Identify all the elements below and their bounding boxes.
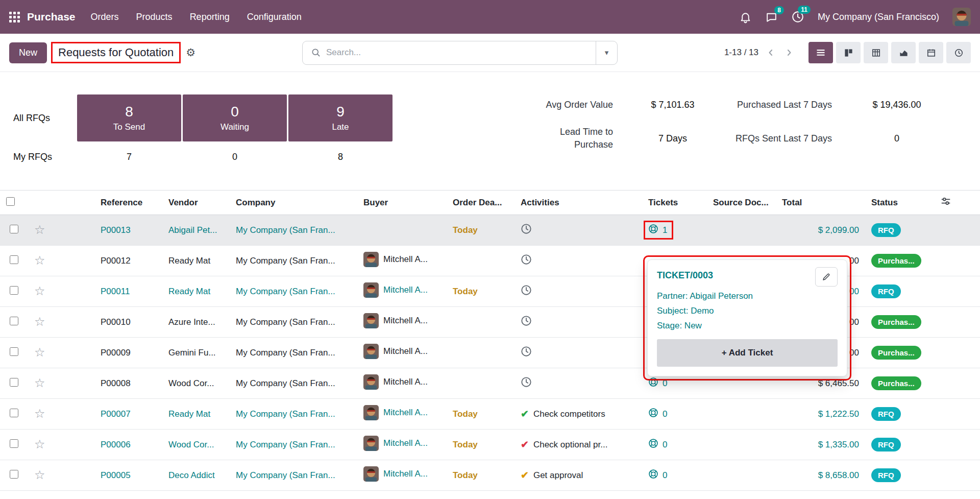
favorite-star-icon[interactable]: ☆ [34,223,45,236]
search-dropdown-toggle[interactable]: ▾ [596,41,617,64]
clock-activity-icon[interactable] [521,284,532,298]
view-graph-icon[interactable] [891,42,916,63]
clock-activity-icon[interactable] [521,223,532,237]
table-row[interactable]: ☆ P00007 Ready Mat My Company (San Fran.… [0,399,980,430]
reference-cell: P00006 [101,440,131,449]
gear-icon[interactable]: ⚙ [186,46,195,59]
table-row[interactable]: ☆ P00006 Wood Cor... My Company (San Fra… [0,430,980,460]
check-activity-icon[interactable]: ✔ [521,469,529,481]
view-calendar-icon[interactable] [919,42,943,63]
activity-cell-content[interactable]: ✔ [521,223,532,237]
check-activity-icon[interactable]: ✔ [521,408,529,420]
check-activity-icon[interactable]: ✔ [521,439,529,450]
ticket-count[interactable]: 1 [663,225,667,235]
clock-activity-icon[interactable] [521,346,532,360]
activity-cell-content[interactable]: ✔ [521,254,532,268]
ticket-count[interactable]: 0 [663,470,667,481]
favorite-star-icon[interactable]: ☆ [34,437,45,451]
menu-orders[interactable]: Orders [91,12,119,22]
row-checkbox[interactable] [10,409,18,417]
activity-cell-content[interactable]: ✔ [521,284,532,298]
favorite-star-icon[interactable]: ☆ [34,315,45,328]
favorite-star-icon[interactable]: ☆ [34,407,45,420]
edit-ticket-button[interactable] [815,267,838,287]
column-header-company[interactable]: Company [230,191,357,215]
activity-cell-content[interactable]: ✔ [521,315,532,329]
optional-columns-icon[interactable] [934,191,980,215]
row-checkbox[interactable] [10,225,18,233]
to-send-filter-button[interactable]: 8 To Send [77,94,181,141]
add-ticket-button[interactable]: + Add Ticket [657,339,838,367]
column-header-source-document[interactable]: Source Doc... [707,191,776,215]
systray: 8 11 My Company (San Francisco) [739,8,971,26]
apps-menu-icon[interactable] [9,12,20,22]
column-header-activities[interactable]: Activities [514,191,642,215]
menu-products[interactable]: Products [136,12,173,22]
row-checkbox[interactable] [10,347,18,356]
activity-cell-content[interactable]: ✔ [521,376,532,390]
kpi-avg-order-value: $ 7,101.63 [634,100,711,110]
my-late-count[interactable]: 8 [288,152,393,162]
column-header-order-deadline[interactable]: Order Dea... [447,191,514,215]
clock-activity-icon[interactable] [521,254,532,268]
column-header-vendor[interactable]: Vendor [162,191,230,215]
clock-activity-icon[interactable] [521,376,532,390]
late-filter-button[interactable]: 9 Late [288,94,393,141]
ticket-count[interactable]: 0 [663,409,667,419]
view-pivot-icon[interactable] [864,42,888,63]
column-header-total[interactable]: Total [776,191,865,215]
table-row[interactable]: ☆ P00013 Abigail Pet... My Company (San … [0,215,980,246]
row-checkbox[interactable] [10,378,18,387]
favorite-star-icon[interactable]: ☆ [34,253,45,267]
new-button[interactable]: New [9,42,47,63]
table-row[interactable]: ☆ P00005 Deco Addict My Company (San Fra… [0,460,980,491]
ticket-title[interactable]: TICKET/0003 [657,267,713,281]
tickets-cell-content[interactable]: 0 [648,438,667,451]
column-header-tickets[interactable]: Tickets [642,191,707,215]
favorite-star-icon[interactable]: ☆ [34,284,45,298]
notifications-bell-icon[interactable] [739,11,752,23]
column-header-buyer[interactable]: Buyer [357,191,447,215]
clock-activity-icon[interactable] [521,315,532,329]
column-header-reference[interactable]: Reference [94,191,162,215]
total-cell: $ 1,222.50 [818,409,859,419]
buyer-cell-content: Mitchell A... [363,436,428,451]
tickets-cell-content[interactable]: 0 [648,408,667,420]
view-activity-icon[interactable] [946,42,971,63]
messages-icon[interactable]: 8 [765,11,778,23]
favorite-star-icon[interactable]: ☆ [34,468,45,482]
company-switcher[interactable]: My Company (San Francisco) [818,12,939,22]
tickets-cell-content[interactable]: 0 [648,469,667,482]
view-list-icon[interactable] [808,42,833,63]
my-to-send-count[interactable]: 7 [77,152,181,162]
row-checkbox[interactable] [10,470,18,479]
view-kanban-icon[interactable] [836,42,861,63]
activity-cell-content[interactable]: ✔ Check competitors [521,408,605,420]
pager-previous-icon[interactable] [765,46,777,59]
buyer-name: Mitchell A... [383,408,428,418]
tickets-cell-content[interactable]: 1 [644,221,673,240]
app-name[interactable]: Purchase [27,11,76,23]
activity-cell-content[interactable]: ✔ Check optional pr... [521,439,607,450]
favorite-star-icon[interactable]: ☆ [34,345,45,359]
row-checkbox[interactable] [10,439,18,448]
activities-clock-icon[interactable]: 11 [791,10,804,23]
user-avatar[interactable] [952,8,971,26]
activity-cell-content[interactable]: ✔ Get approval [521,469,583,481]
reference-cell: P00005 [101,470,131,480]
favorite-star-icon[interactable]: ☆ [34,376,45,390]
column-header-status[interactable]: Status [865,191,934,215]
select-all-checkbox[interactable] [6,197,15,206]
menu-reporting[interactable]: Reporting [190,12,230,22]
menu-configuration[interactable]: Configuration [247,12,302,22]
waiting-filter-button[interactable]: 0 Waiting [183,94,287,141]
pager-counter: 1-13 / 13 [724,47,758,58]
search-input[interactable] [326,41,596,64]
row-checkbox[interactable] [10,286,18,295]
row-checkbox[interactable] [10,317,18,325]
row-checkbox[interactable] [10,255,18,264]
ticket-count[interactable]: 0 [663,440,667,450]
activity-cell-content[interactable]: ✔ [521,346,532,360]
my-waiting-count[interactable]: 0 [183,152,287,162]
pager-next-icon[interactable] [783,46,795,59]
